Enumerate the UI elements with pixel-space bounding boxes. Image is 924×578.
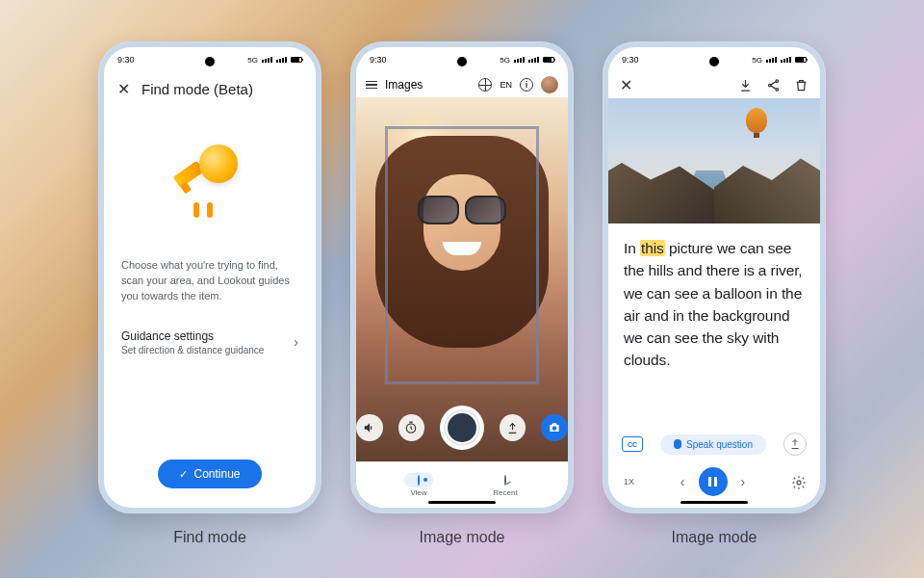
ask-row: CC Speak question (608, 427, 820, 460)
timer-button[interactable] (398, 414, 425, 441)
phone2-screen: 9:30 5G Images EN i (356, 47, 568, 508)
balloon-graphic (746, 108, 767, 133)
tab-recent[interactable]: Recent (491, 473, 520, 497)
signal-icon (276, 57, 287, 63)
status-network: 5G (500, 56, 510, 65)
speaker-icon (363, 421, 376, 434)
status-network: 5G (247, 56, 258, 65)
zoom-level[interactable]: 1X (624, 477, 634, 486)
camera-viewport (356, 97, 568, 461)
find-mode-header: ✕ Find mode (Beta) (104, 72, 316, 106)
status-right: 5G (247, 56, 302, 65)
signal-icon (781, 57, 791, 63)
camera-hole (205, 57, 215, 66)
phones-row: 9:30 5G ✕ Find mode (Beta) (98, 41, 826, 546)
signal-icon (514, 57, 525, 63)
guidance-settings-text: Guidance settings Set direction & distan… (121, 329, 264, 355)
focus-rectangle (385, 126, 539, 384)
upload-icon (506, 422, 519, 434)
phone2-wrap: 9:30 5G Images EN i (350, 41, 574, 546)
settings-button[interactable] (791, 475, 805, 488)
chevron-right-icon: › (294, 334, 298, 350)
guidance-settings-row[interactable]: Guidance settings Set direction & distan… (121, 329, 298, 355)
battery-icon (291, 57, 302, 63)
svg-point-2 (769, 84, 772, 87)
gesture-bar (680, 501, 748, 504)
shutter-button[interactable] (440, 406, 484, 450)
play-pause-button[interactable] (699, 467, 728, 496)
prev-button[interactable]: ‹ (680, 474, 685, 489)
header-actions (738, 78, 808, 92)
description-text: Choose what you're trying to find, scan … (121, 258, 298, 304)
upload-button[interactable] (500, 414, 526, 441)
upload-icon (789, 438, 801, 450)
camera-hole (457, 57, 467, 66)
signal-icon (528, 57, 539, 63)
close-icon[interactable]: ✕ (117, 80, 130, 98)
battery-icon (543, 57, 554, 63)
next-button[interactable]: › (741, 474, 746, 489)
battery-icon (795, 57, 807, 63)
phone1-frame: 9:30 5G ✕ Find mode (Beta) (98, 41, 321, 513)
signal-icon (262, 57, 272, 63)
tab-view[interactable]: View (404, 473, 433, 497)
status-time: 9:30 (622, 55, 639, 65)
status-right: 5G (500, 56, 554, 65)
menu-icon[interactable] (366, 81, 377, 90)
download-icon[interactable] (738, 78, 753, 92)
key-illustration (176, 141, 244, 218)
svg-point-1 (776, 80, 779, 83)
close-icon[interactable]: ✕ (620, 76, 632, 94)
cc-badge[interactable]: CC (622, 436, 643, 452)
caption-pre: In (624, 240, 640, 256)
highlighted-word: this (640, 240, 665, 256)
find-mode-body: Choose what you're trying to find, scan … (104, 106, 316, 508)
status-network: 5G (752, 56, 762, 65)
pause-icon (708, 477, 717, 486)
svg-point-3 (776, 89, 779, 92)
caption-header: ✕ (608, 72, 820, 98)
eye-icon (418, 475, 420, 486)
svg-point-4 (797, 481, 801, 485)
status-time: 9:30 (117, 55, 135, 65)
gesture-bar (428, 501, 496, 504)
continue-button[interactable]: Continue (158, 460, 261, 488)
phone1-caption: Find mode (173, 529, 246, 546)
tab-view-label: View (410, 488, 426, 497)
upload-button[interactable] (783, 433, 807, 456)
playback-center: ‹ › (680, 467, 745, 496)
phone1-wrap: 9:30 5G ✕ Find mode (Beta) (98, 41, 321, 546)
gear-icon (791, 475, 807, 490)
history-icon (504, 475, 506, 486)
camera-mode-button[interactable] (541, 414, 568, 441)
setting-title: Guidance settings (121, 329, 264, 343)
phone2-caption: Image mode (420, 529, 505, 546)
camera-icon (548, 421, 561, 434)
image-description: In this picture we can see the hills and… (608, 223, 820, 427)
signal-icon (766, 57, 777, 63)
phone3-caption: Image mode (672, 529, 757, 546)
info-icon[interactable]: i (520, 78, 533, 92)
camera-controls (356, 406, 568, 450)
avatar[interactable] (541, 76, 558, 93)
tab-recent-label: Recent (493, 488, 517, 497)
phone1-screen: 9:30 5G ✕ Find mode (Beta) (104, 47, 316, 508)
share-icon[interactable] (766, 78, 781, 92)
phone3-frame: 9:30 5G ✕ (603, 41, 826, 513)
language-label[interactable]: EN (500, 80, 512, 90)
status-time: 9:30 (370, 55, 387, 65)
phone3-screen: 9:30 5G ✕ (608, 47, 820, 508)
phone2-frame: 9:30 5G Images EN i (350, 41, 574, 513)
speak-question-button[interactable]: Speak question (660, 434, 766, 455)
globe-icon[interactable] (478, 78, 492, 92)
timer-icon (404, 421, 418, 434)
setting-subtitle: Set direction & distance guidance (121, 345, 264, 355)
delete-icon[interactable] (794, 78, 808, 92)
images-header: Images EN i (356, 72, 568, 97)
page-title: Find mode (Beta) (141, 81, 253, 97)
phone3-wrap: 9:30 5G ✕ (603, 41, 826, 546)
status-right: 5G (752, 56, 807, 65)
caption-post: picture we can see the hills and there i… (624, 240, 803, 368)
header-label: Images (385, 78, 423, 92)
sound-toggle-button[interactable] (356, 414, 383, 441)
